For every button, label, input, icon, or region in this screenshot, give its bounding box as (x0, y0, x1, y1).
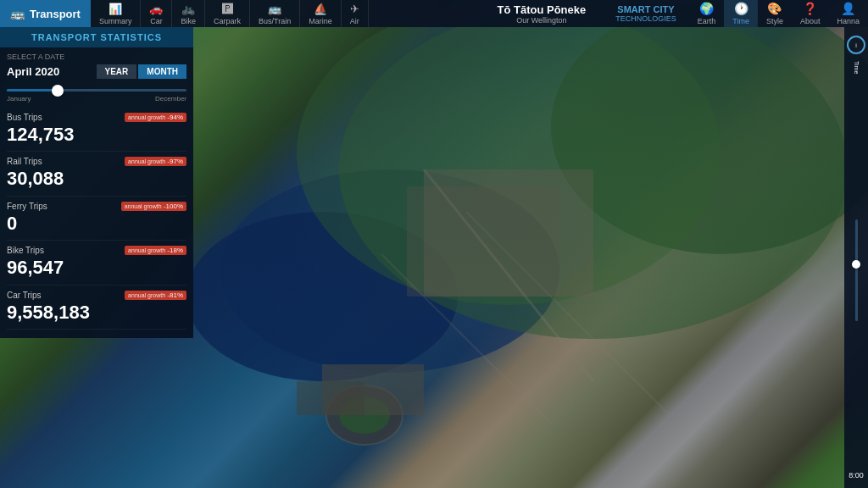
time-badge-icon: i (855, 42, 857, 48)
carpark-label: Carpark (214, 17, 241, 25)
nav-bustrain[interactable]: 🚌 Bus/Train (250, 0, 300, 27)
date-value: April 2020 (7, 65, 59, 78)
tab-buttons: YEAR MONTH (97, 64, 186, 79)
smart-city-main: SMART CITY (617, 4, 674, 14)
nav-marine[interactable]: ⛵ Marine (300, 0, 342, 27)
transport-icon: 🚌 (10, 7, 25, 20)
style-label: Style (766, 17, 783, 25)
stat-car: Car Trips annual growth -81% 9,558,183 (7, 286, 186, 330)
nav-carpark[interactable]: 🅿 Carpark (205, 0, 250, 27)
carpark-icon: 🅿 (222, 3, 233, 15)
right-time-label: Time (854, 61, 860, 74)
bike-icon: 🚲 (181, 3, 195, 15)
stat-bike: Bike Trips annual growth -18% 96,547 (7, 241, 186, 285)
stat-ferry-header: Ferry Trips annual growth -100% (7, 202, 186, 211)
time-icon: 🕐 (734, 2, 748, 15)
stat-bus-badge-value: -94% (167, 114, 183, 121)
stat-rail-badge-value: -97% (167, 158, 183, 165)
stat-ferry: Ferry Trips annual growth -100% 0 (7, 197, 186, 241)
date-label: SELECT A DATE (7, 53, 186, 61)
time-value: 8:00 (849, 471, 864, 480)
stat-bus: Bus Trips annual growth -94% 124,753 (7, 108, 186, 152)
right-slider-track[interactable] (855, 219, 858, 321)
summary-icon: 📊 (108, 3, 122, 15)
stat-rail: Rail Trips annual growth -97% 30,088 (7, 152, 186, 196)
air-icon: ✈ (350, 3, 359, 15)
tab-year[interactable]: YEAR (97, 64, 137, 79)
hanna-label: Hanna (837, 17, 860, 25)
right-slider-thumb[interactable] (852, 260, 860, 269)
car-label: Car (150, 17, 163, 25)
bustrain-label: Bus/Train (259, 17, 291, 25)
time-badge: i (847, 36, 865, 54)
bustrain-icon: 🚌 (268, 3, 281, 15)
slider-thumb[interactable] (52, 85, 64, 97)
slider-min-label: January (7, 95, 31, 103)
stat-ferry-badge-label: annual growth (125, 203, 162, 209)
stat-bike-badge-value: -18% (167, 247, 183, 254)
nav-summary[interactable]: 📊 Summary (91, 0, 142, 27)
slider-track[interactable] (7, 89, 186, 92)
nav-right-icons: 🌍 Earth 🕐 Time 🎨 Style ❓ About 👤 Hanna (689, 0, 868, 27)
stat-ferry-value: 0 (7, 213, 186, 235)
left-panel: TRANSPORT STATISTICS SELECT A DATE April… (0, 27, 193, 338)
stat-rail-header: Rail Trips annual growth -97% (7, 157, 186, 166)
earth-label: Earth (698, 17, 716, 25)
slider-max-label: December (155, 95, 186, 103)
hanna-icon: 👤 (841, 2, 855, 15)
stat-bike-badge-label: annual growth (128, 247, 165, 253)
stat-bus-badge: annual growth -94% (125, 113, 186, 122)
date-tabs: April 2020 YEAR MONTH (7, 64, 186, 79)
nav-about[interactable]: ❓ About (792, 0, 829, 27)
summary-label: Summary (99, 17, 132, 25)
stat-ferry-badge-value: -100% (164, 202, 183, 210)
marine-icon: ⛵ (314, 3, 327, 15)
air-label: Air (350, 17, 359, 25)
top-navigation: 🚌 Transport 📊 Summary 🚗 Car 🚲 Bike 🅿 Car… (0, 0, 868, 27)
stat-bike-value: 96,547 (7, 257, 186, 279)
stat-bus-header: Bus Trips annual growth -94% (7, 113, 186, 122)
brand-text: Transport (30, 8, 81, 20)
nav-bike[interactable]: 🚲 Bike (172, 0, 205, 27)
stat-car-badge: annual growth -81% (125, 291, 186, 300)
stat-bus-value: 124,753 (7, 124, 186, 146)
tab-month[interactable]: MONTH (138, 64, 186, 79)
marine-label: Marine (309, 17, 332, 25)
about-label: About (800, 17, 821, 25)
brand-logo[interactable]: 🚌 Transport (0, 0, 91, 27)
stat-car-badge-label: annual growth (128, 292, 165, 298)
nav-time[interactable]: 🕐 Time (724, 0, 758, 27)
city-name-main: Tō Tātou Pōneke (497, 3, 586, 16)
date-selector: SELECT A DATE April 2020 YEAR MONTH (0, 47, 193, 82)
stat-rail-label: Rail Trips (7, 157, 42, 166)
bike-label: Bike (181, 17, 196, 25)
nav-air[interactable]: ✈ Air (342, 0, 369, 27)
stat-ferry-badge: annual growth -100% (121, 202, 186, 211)
time-label: Time (732, 17, 749, 25)
stat-rail-value: 30,088 (7, 168, 186, 190)
stat-bus-label: Bus Trips (7, 113, 42, 122)
nav-center: Tō Tātou Pōneke Our Wellington (480, 3, 603, 25)
stat-bike-badge: annual growth -18% (125, 246, 186, 255)
nav-style[interactable]: 🎨 Style (758, 0, 792, 27)
stat-bike-header: Bike Trips annual growth -18% (7, 246, 186, 255)
stat-rail-badge-label: annual growth (128, 158, 165, 164)
panel-title: TRANSPORT STATISTICS (0, 27, 193, 47)
nav-earth[interactable]: 🌍 Earth (689, 0, 725, 27)
date-slider-container: January December (0, 82, 193, 108)
smart-city-label: SMART CITY TECHNOLOGIES (603, 4, 689, 23)
stat-bus-badge-label: annual growth (128, 114, 165, 120)
nav-hanna[interactable]: 👤 Hanna (828, 0, 868, 27)
right-panel: i Time 8:00 (844, 27, 868, 488)
city-name-sub: Our Wellington (516, 16, 566, 25)
stat-bike-label: Bike Trips (7, 246, 44, 255)
slider-fill (7, 89, 55, 92)
about-icon: ❓ (803, 2, 817, 15)
smart-city-sub: TECHNOLOGIES (615, 14, 676, 23)
nav-car[interactable]: 🚗 Car (141, 0, 172, 27)
stat-rail-badge: annual growth -97% (125, 157, 186, 166)
stats-list: Bus Trips annual growth -94% 124,753 Rai… (0, 108, 193, 330)
stat-car-badge-value: -81% (167, 291, 183, 299)
slider-labels: January December (7, 95, 186, 103)
style-icon: 🎨 (767, 2, 782, 15)
